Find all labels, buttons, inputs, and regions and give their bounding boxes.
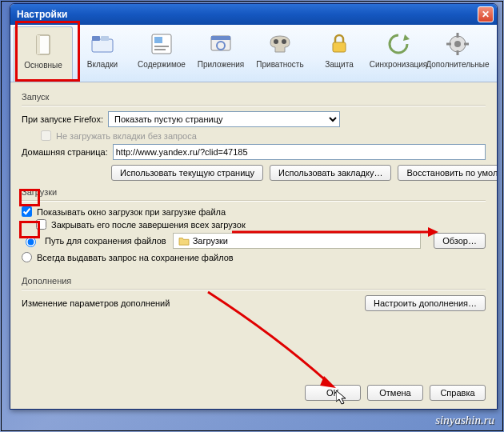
svg-point-13 bbox=[282, 39, 286, 44]
restore-default-button[interactable]: Восстановить по умолчанию bbox=[398, 165, 497, 181]
advanced-icon bbox=[445, 31, 470, 57]
use-bookmark-button[interactable]: Использовать закладку… bbox=[270, 165, 391, 181]
tab-label: Основные bbox=[24, 61, 62, 70]
startup-section-title: Запуск bbox=[22, 92, 486, 102]
startup-label: При запуске Firefox: bbox=[22, 114, 103, 124]
addons-desc: Изменение параметров дополнений bbox=[22, 298, 170, 308]
folder-icon bbox=[178, 236, 190, 246]
cancel-button[interactable]: Отмена bbox=[367, 385, 423, 401]
tab-label: Содержимое bbox=[138, 60, 186, 69]
svg-point-12 bbox=[274, 39, 278, 44]
tab-content[interactable]: Содержимое bbox=[132, 26, 191, 82]
svg-rect-8 bbox=[154, 49, 166, 50]
homepage-buttons: Использовать текущую страницу Использова… bbox=[111, 165, 486, 181]
show-dlwin-label: Показывать окно загрузок при загрузке фа… bbox=[37, 207, 226, 217]
folder-box: Загрузки bbox=[173, 233, 421, 249]
watermark-text: sinyashin.ru bbox=[435, 414, 494, 427]
browse-button[interactable]: Обзор… bbox=[434, 233, 486, 249]
tab-advanced[interactable]: Дополнительные bbox=[428, 26, 487, 82]
show-dlwin-row: Показывать окно загрузок при загрузке фа… bbox=[22, 206, 486, 217]
tab-toolbar: Основные Вкладки Содержимое Приложения П… bbox=[10, 25, 497, 82]
general-icon bbox=[30, 32, 56, 58]
svg-point-16 bbox=[454, 41, 461, 47]
tab-general[interactable]: Основные bbox=[14, 26, 73, 82]
close-after-checkbox[interactable] bbox=[36, 219, 46, 230]
tab-label: Приложения bbox=[198, 60, 245, 69]
ok-button[interactable]: OK bbox=[305, 385, 361, 401]
save-path-label: Путь для сохранения файлов bbox=[45, 236, 166, 246]
applications-icon bbox=[208, 31, 234, 57]
tab-privacy[interactable]: Приватность bbox=[250, 26, 310, 82]
tab-label: Дополнительные bbox=[426, 60, 489, 69]
close-button[interactable]: ✕ bbox=[478, 6, 494, 22]
content-icon bbox=[149, 31, 174, 57]
titlebar[interactable]: Настройки ✕ bbox=[10, 4, 497, 25]
close-after-row: Закрывать его после завершения всех загр… bbox=[36, 219, 486, 230]
svg-rect-4 bbox=[101, 36, 109, 41]
content-area: Запуск При запуске Firefox: Показать пус… bbox=[10, 82, 497, 380]
save-path-radio[interactable] bbox=[26, 237, 36, 247]
configure-addons-button[interactable]: Настроить дополнения… bbox=[365, 295, 486, 311]
svg-rect-14 bbox=[333, 42, 346, 52]
svg-rect-2 bbox=[92, 39, 113, 52]
sync-icon bbox=[386, 31, 411, 57]
use-current-button[interactable]: Использовать текущую страницу bbox=[111, 165, 263, 181]
svg-rect-3 bbox=[92, 36, 100, 41]
tab-sync[interactable]: Синхронизация bbox=[369, 26, 428, 82]
addons-row: Изменение параметров дополнений Настроит… bbox=[22, 295, 486, 311]
dialog-buttons: OK Отмена Справка bbox=[10, 380, 497, 409]
tab-label: Вкладки bbox=[87, 60, 118, 69]
dont-load-tabs-row: Не загружать вкладки без запроса bbox=[41, 130, 486, 141]
always-ask-radio[interactable] bbox=[22, 252, 32, 262]
tabs-icon bbox=[90, 31, 115, 57]
tab-label: Синхронизация bbox=[370, 60, 427, 69]
startup-select[interactable]: Показать пустую страницу bbox=[108, 111, 340, 127]
always-ask-row: Всегда выдавать запрос на сохранение фай… bbox=[22, 252, 486, 262]
tab-security[interactable]: Защита bbox=[310, 26, 369, 82]
tab-applications[interactable]: Приложения bbox=[191, 26, 250, 82]
show-dlwin-checkbox[interactable] bbox=[22, 206, 32, 217]
always-ask-label: Всегда выдавать запрос на сохранение фай… bbox=[37, 253, 234, 262]
startup-row: При запуске Firefox: Показать пустую стр… bbox=[22, 111, 486, 127]
dont-load-tabs-label: Не загружать вкладки без запроса bbox=[56, 131, 197, 141]
homepage-label: Домашняя страница: bbox=[22, 147, 108, 157]
privacy-icon bbox=[267, 31, 293, 57]
svg-rect-6 bbox=[154, 37, 162, 43]
settings-window: Настройки ✕ Основные Вкладки Содержимое bbox=[10, 3, 498, 410]
addons-section-title: Дополнения bbox=[22, 276, 486, 286]
help-button[interactable]: Справка bbox=[430, 385, 486, 401]
folder-name: Загрузки bbox=[193, 236, 228, 246]
tab-label: Защита bbox=[325, 60, 353, 69]
downloads-section-title: Загрузки bbox=[22, 187, 486, 197]
tab-tabs[interactable]: Вкладки bbox=[73, 26, 132, 82]
dont-load-tabs-checkbox bbox=[41, 130, 51, 141]
svg-rect-10 bbox=[211, 36, 230, 40]
window-title: Настройки bbox=[17, 9, 478, 20]
svg-rect-7 bbox=[154, 46, 169, 47]
security-icon bbox=[326, 31, 352, 57]
homepage-input[interactable] bbox=[113, 144, 486, 160]
svg-rect-1 bbox=[37, 35, 40, 54]
homepage-row: Домашняя страница: bbox=[22, 144, 486, 160]
close-after-label: Закрывать его после завершения всех загр… bbox=[51, 220, 246, 230]
tab-label: Приватность bbox=[256, 60, 303, 69]
save-path-row: Путь для сохранения файлов Загрузки Обзо… bbox=[22, 233, 486, 249]
